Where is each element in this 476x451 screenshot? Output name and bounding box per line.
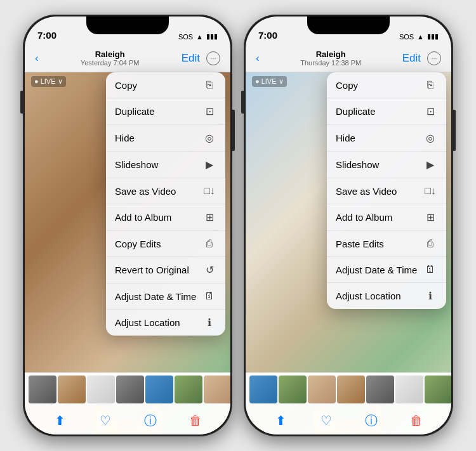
phone-1-menu-add-album[interactable]: Add to Album ⊞ [106,204,225,231]
phone-1-menu-hide[interactable]: Hide ◎ [106,125,225,152]
phone-2-menu-date-time[interactable]: Adjust Date & Time 🗓 [327,257,446,283]
phone-2-trash-icon: 🗑 [410,414,423,428]
phone-2-menu-save-video[interactable]: Save as Video □↓ [327,178,446,204]
phone-2-menu-location[interactable]: Adjust Location ℹ [327,283,446,309]
phone-1-menu-duplicate[interactable]: Duplicate ⊡ [106,98,225,125]
phone-1-menu-slideshow-label: Slideshow [115,159,158,170]
phone-1-status-icons: SOS ▲ ▮▮▮ [178,32,218,41]
phone-1-menu-copy[interactable]: Copy ⎘ [106,72,225,98]
phone-1-menu-slideshow[interactable]: Slideshow ▶ [106,152,225,178]
phone-2-thumbnail-strip [246,373,451,406]
phone-2-menu-date-time-label: Adjust Date & Time [336,265,417,275]
phone-1-menu-date-time-label: Adjust Date & Time [115,291,196,302]
thumb-4[interactable] [116,376,144,403]
phone-1-nav-subtitle: Yesterday 7:04 PM [81,59,140,67]
phone-2-menu-copy[interactable]: Copy ⎘ [327,72,446,98]
phone-1-trash-button[interactable]: 🗑 [184,409,207,432]
phone-1-copy-icon: ⎘ [202,79,216,91]
thumb-p2-7[interactable] [425,376,451,403]
phone-1-menu-copy-edits[interactable]: Copy Edits ⎙ [106,231,225,257]
phone-2-share-icon: ⬆ [275,413,286,428]
phone-1-heart-button[interactable]: ♡ [94,409,117,432]
phone-2-nav-center: Raleigh Thursday 12:38 PM [300,49,361,67]
phone-1-toolbar-actions: ⬆ ♡ ⓘ 🗑 [25,406,230,435]
thumb-7[interactable] [204,376,230,403]
phone-2-heart-button[interactable]: ♡ [315,409,338,432]
thumb-6[interactable] [175,376,202,403]
phone-1-menu-location[interactable]: Adjust Location ℹ [106,310,225,336]
phone-1-menu-copy-edits-label: Copy Edits [115,239,161,249]
phone-2-nav-title: Raleigh [300,49,361,59]
phone-1-nav-center: Raleigh Yesterday 7:04 PM [81,49,140,67]
phone-1-share-button[interactable]: ⬆ [49,409,72,432]
phone-2-menu-slideshow[interactable]: Slideshow ▶ [327,152,446,178]
thumb-p2-1[interactable] [249,376,277,403]
phone-2-paste-edits-icon: ⎙ [423,238,437,249]
phone-2-info-button[interactable]: ⓘ [360,409,383,432]
phone-2-add-album-icon: ⊞ [423,211,437,223]
thumb-p2-5[interactable] [366,376,394,403]
phone-1-menu-hide-label: Hide [115,133,135,143]
phone-1-menu-save-video-label: Save as Video [115,186,176,197]
thumb-p2-3[interactable] [308,376,336,403]
phone-1-more-button[interactable]: ··· [206,51,220,65]
phone-1-context-menu: Copy ⎘ Duplicate ⊡ Hide ◎ Slideshow ▶ Sa… [106,72,225,336]
phone-2-hide-icon: ◎ [423,132,437,144]
phone-1-nav-right: Edit ··· [182,51,220,65]
thumb-p2-2[interactable] [279,376,307,403]
phone-2-menu-add-album[interactable]: Add to Album ⊞ [327,204,446,231]
thumb-1[interactable] [29,376,56,403]
phone-1-info-icon: ⓘ [144,412,157,429]
phone-2-menu-duplicate[interactable]: Duplicate ⊡ [327,98,446,125]
phone-2-menu-paste-edits-label: Paste Edits [336,239,384,249]
phone-1-add-album-icon: ⊞ [202,211,216,223]
phone-2-wifi-icon: ▲ [417,33,424,41]
thumb-5[interactable] [145,376,173,403]
phone-1-wifi-icon: ▲ [196,33,203,41]
phone-2-menu-copy-label: Copy [336,80,358,91]
phone-1-nav-title: Raleigh [81,49,140,59]
phone-2-context-menu: Copy ⎘ Duplicate ⊡ Hide ◎ Slideshow ▶ Sa… [327,72,446,309]
phone-2-menu-paste-edits[interactable]: Paste Edits ⎙ [327,231,446,257]
phone-2-notch [307,16,390,34]
phone-1-info-button[interactable]: ⓘ [139,409,162,432]
phone-2-time: 7:00 [258,30,277,41]
phone-1-thumbnail-strip [25,373,230,406]
phone-2-location-icon: ℹ [423,290,437,302]
phone-2-menu-hide[interactable]: Hide ◎ [327,125,446,152]
phone-1-save-video-icon: □↓ [202,185,216,197]
phone-2-copy-icon: ⎘ [423,79,437,91]
phone-2-signal: SOS [399,33,414,41]
phone-2-trash-button[interactable]: 🗑 [405,409,428,432]
phone-2-heart-icon: ♡ [321,413,332,428]
phone-2-share-button[interactable]: ⬆ [270,409,293,432]
phones-container: 7:00 SOS ▲ ▮▮▮ ‹ Raleigh Yesterday 7:04 … [10,2,466,449]
thumb-2[interactable] [58,376,86,403]
phone-2-edit-button[interactable]: Edit [402,52,421,65]
thumb-p2-4[interactable] [337,376,365,403]
phone-1-location-icon: ℹ [202,317,216,329]
phone-2-more-button[interactable]: ··· [427,51,441,65]
phone-2-back-button[interactable]: ‹ [256,52,260,65]
phone-1-menu-date-time[interactable]: Adjust Date & Time 🗓 [106,284,225,310]
phone-1-back-button[interactable]: ‹ [35,52,39,65]
phone-1-live-badge: ● LIVE ∨ [31,76,66,87]
phone-2-menu-save-video-label: Save as Video [336,186,397,197]
thumb-3[interactable] [87,376,115,403]
phone-1-menu-duplicate-label: Duplicate [115,106,155,117]
phone-2-back-chevron: ‹ [256,52,260,65]
phone-2-inner: 7:00 SOS ▲ ▮▮▮ ‹ Raleigh Thursday 12:38 … [246,16,451,435]
phone-1-ellipsis-icon: ··· [210,55,216,62]
phone-2-menu-add-album-label: Add to Album [336,212,392,223]
thumb-p2-6[interactable] [395,376,423,403]
phone-2-nav-subtitle: Thursday 12:38 PM [300,59,361,67]
phone-2-live-badge: ● LIVE ∨ [252,76,287,87]
phone-1-menu-copy-label: Copy [115,80,137,91]
phone-1-slideshow-icon: ▶ [202,159,216,171]
phone-1-menu-save-video[interactable]: Save as Video □↓ [106,178,225,204]
phone-1-edit-button[interactable]: Edit [182,52,200,65]
phone-1-menu-revert[interactable]: Revert to Original ↺ [106,257,225,284]
phone-2: 7:00 SOS ▲ ▮▮▮ ‹ Raleigh Thursday 12:38 … [244,15,453,436]
phone-2-info-icon: ⓘ [365,412,378,429]
phone-2-bottom-toolbar: ⬆ ♡ ⓘ 🗑 [246,372,451,435]
